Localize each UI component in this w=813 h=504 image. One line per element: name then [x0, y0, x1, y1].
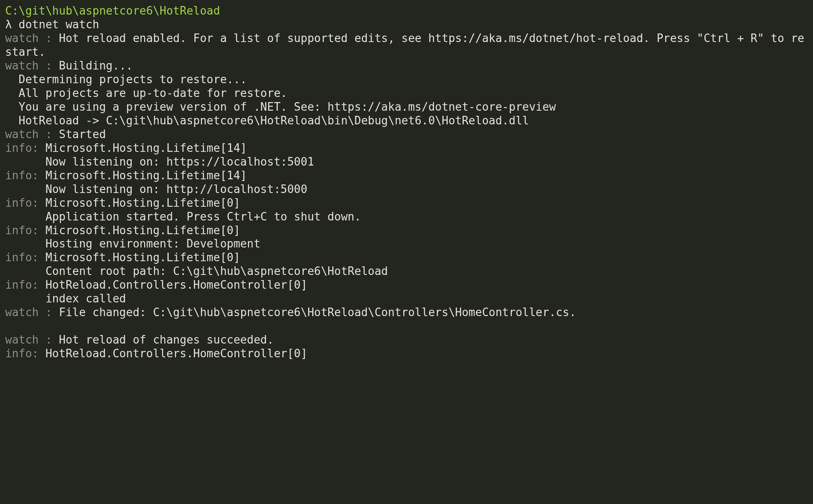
log-text: Building...	[59, 59, 133, 72]
log-text: Application started. Press Ctrl+C to shu…	[5, 210, 361, 223]
log-text: Hot reload enabled. For a list of suppor…	[5, 32, 804, 58]
log-prefix: watch :	[5, 128, 59, 141]
log-text: index called	[5, 292, 126, 305]
log-prefix: info:	[5, 169, 45, 182]
log-text: Started	[59, 128, 106, 141]
prompt-symbol: λ	[5, 18, 18, 31]
log-text: Microsoft.Hosting.Lifetime[0]	[45, 251, 240, 264]
log-text: Microsoft.Hosting.Lifetime[0]	[45, 196, 240, 209]
terminal-output[interactable]: C:\git\hub\aspnetcore6\HotReload λ dotne…	[0, 0, 813, 361]
log-prefix: watch :	[5, 333, 59, 346]
log-text: Determining projects to restore...	[5, 73, 247, 86]
log-text: HotReload.Controllers.HomeController[0]	[45, 278, 307, 291]
log-prefix: info:	[5, 278, 45, 291]
command-text: dotnet watch	[18, 18, 99, 31]
cwd-path: C:\git\hub\aspnetcore6\HotReload	[5, 4, 220, 17]
log-text: All projects are up-to-date for restore.	[5, 87, 287, 100]
log-text: Now listening on: https://localhost:5001	[5, 155, 314, 168]
log-text: Microsoft.Hosting.Lifetime[14]	[45, 169, 247, 182]
log-text: HotReload.Controllers.HomeController[0]	[45, 347, 307, 360]
log-lines: watch : Hot reload enabled. For a list o…	[5, 32, 804, 360]
log-prefix: info:	[5, 196, 45, 209]
log-prefix: watch :	[5, 306, 59, 319]
log-text: Hot reload of changes succeeded.	[59, 333, 274, 346]
log-prefix: info:	[5, 347, 45, 360]
log-text: You are using a preview version of .NET.…	[5, 100, 556, 113]
log-text: Microsoft.Hosting.Lifetime[14]	[45, 142, 247, 154]
log-prefix: watch :	[5, 32, 59, 45]
log-text: Content root path: C:\git\hub\aspnetcore…	[5, 265, 388, 278]
log-text: HotReload -> C:\git\hub\aspnetcore6\HotR…	[5, 114, 529, 127]
log-prefix: info:	[5, 251, 45, 264]
log-text: Now listening on: http://localhost:5000	[5, 183, 307, 196]
log-text: Hosting environment: Development	[5, 237, 260, 250]
log-prefix: info:	[5, 224, 45, 237]
log-prefix: watch :	[5, 59, 59, 72]
log-text: File changed: C:\git\hub\aspnetcore6\Hot…	[59, 306, 576, 319]
log-prefix: info:	[5, 142, 45, 154]
log-text: Microsoft.Hosting.Lifetime[0]	[45, 224, 240, 237]
